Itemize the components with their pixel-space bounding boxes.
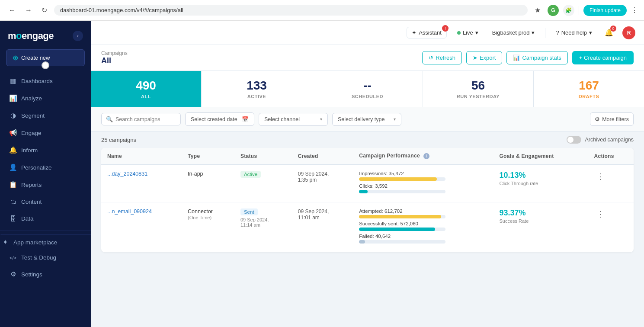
sidebar-item-dashboards[interactable]: ▦ Dashboards xyxy=(0,72,91,90)
dashboards-icon: ▦ xyxy=(9,77,17,85)
table-row: ...day_20240831 In-app Active 09 Sep 202… xyxy=(101,164,634,202)
failed-metric: Failed: 40,642 xyxy=(359,234,487,244)
export-label: Export xyxy=(480,54,496,61)
sidebar-item-engage[interactable]: 📢 Engage xyxy=(0,124,91,141)
stat-drafts-number: 167 xyxy=(544,79,634,93)
campaign-type: In-app xyxy=(188,171,203,177)
sidebar-item-label: Analyze xyxy=(21,95,42,102)
created-date-label: Select created date xyxy=(191,116,237,122)
browser-menu-button[interactable]: ⋮ xyxy=(631,6,638,14)
page-title: All xyxy=(101,56,128,65)
toggle-knob xyxy=(567,137,574,143)
notification-badge: 0 xyxy=(610,26,616,32)
data-icon: 🗄 xyxy=(9,215,17,222)
assistant-button[interactable]: ✦ Assistant ! xyxy=(407,27,447,38)
url-bar[interactable]: dashboard-01.moengage.com/v4/#/campaigns… xyxy=(54,5,528,16)
breadcrumb-campaigns: Campaigns xyxy=(101,50,128,56)
sidebar-item-test-debug[interactable]: </> Test & Debug xyxy=(0,250,91,266)
stat-scheduled[interactable]: -- SCHEDULED xyxy=(312,71,423,107)
stat-all-number: 490 xyxy=(101,79,191,93)
help-icon: ? xyxy=(556,29,559,36)
sidebar: moengage ‹ ⊕ Create new ▦ Dashboards 📊 A… xyxy=(0,21,91,327)
notification-button[interactable]: 🔔 0 xyxy=(602,26,615,39)
campaign-actions-button[interactable]: ⋮ xyxy=(594,208,607,220)
status-badge: Sent xyxy=(240,208,258,215)
sidebar-item-settings[interactable]: ⚙ Settings xyxy=(0,266,91,283)
collapse-sidebar-button[interactable]: ‹ xyxy=(73,31,83,41)
campaign-actions-button[interactable]: ⋮ xyxy=(594,171,607,182)
sidebar-item-reports[interactable]: 📋 Reports xyxy=(0,176,91,193)
search-box[interactable]: 🔍 xyxy=(101,113,181,125)
stat-all[interactable]: 490 ALL xyxy=(91,71,202,107)
created-date-filter[interactable]: Select created date 📅 xyxy=(185,112,254,126)
delivery-type-filter[interactable]: Select delivery type ▾ xyxy=(332,113,401,126)
workspace-label: Bigbasket prod xyxy=(492,29,530,36)
stat-active[interactable]: 133 ACTIVE xyxy=(202,71,312,107)
assistant-label: Assistant xyxy=(419,29,442,36)
bookmark-button[interactable]: ★ xyxy=(532,4,543,16)
sidebar-item-label: Personalize xyxy=(21,164,52,171)
col-name: Name xyxy=(101,148,182,164)
sent-date: 09 Sep 2024,11:14 am xyxy=(240,217,286,228)
export-button[interactable]: ➤ Export xyxy=(466,51,503,64)
plus-icon: ⊕ xyxy=(13,54,18,62)
stat-run-yesterday[interactable]: 56 RUN YESTERDAY xyxy=(423,71,534,107)
topbar-divider xyxy=(545,28,545,38)
goal-label: Success Rate xyxy=(499,218,582,224)
archived-toggle-switch[interactable] xyxy=(567,136,581,144)
col-goals: Goals & Engagement xyxy=(493,148,588,164)
sidebar-item-content[interactable]: 🗂 Content xyxy=(0,193,91,210)
campaign-created-cell: 09 Sep 2024,11:01 am xyxy=(292,202,353,253)
archived-label: Archived campaigns xyxy=(585,137,634,143)
channel-filter[interactable]: Select channel ▾ xyxy=(259,113,328,126)
sent-bar-track xyxy=(359,228,445,231)
avatar[interactable]: R xyxy=(622,26,635,39)
live-chevron-icon: ▾ xyxy=(475,29,478,36)
live-status[interactable]: Live ▾ xyxy=(454,27,482,38)
col-actions: Actions xyxy=(588,148,634,164)
stat-scheduled-label: SCHEDULED xyxy=(323,94,412,99)
create-new-button[interactable]: ⊕ Create new xyxy=(6,49,85,66)
back-button[interactable]: ← xyxy=(6,5,18,16)
sidebar-item-personalize[interactable]: 👤 Personalize xyxy=(0,159,91,176)
sidebar-item-data[interactable]: 🗄 Data xyxy=(0,210,91,227)
campaign-actions-cell: ⋮ xyxy=(588,202,634,253)
clicks-label: Clicks: 3,592 xyxy=(359,183,487,189)
campaign-stats-button[interactable]: 📊 Campaign stats xyxy=(506,51,567,64)
workspace-selector[interactable]: Bigbasket prod ▾ xyxy=(489,27,538,38)
sidebar-item-analyze[interactable]: 📊 Analyze xyxy=(0,90,91,107)
table-row: ...n_email_090924 Connector(One Time) Se… xyxy=(101,202,634,253)
sidebar-item-inform[interactable]: 🔔 Inform xyxy=(0,141,91,159)
sidebar-item-app-marketplace[interactable]: ✦ App marketplace xyxy=(0,234,91,250)
archived-toggle[interactable]: Archived campaigns xyxy=(567,136,634,144)
failed-label: Failed: 40,642 xyxy=(359,234,487,239)
assistant-icon: ✦ xyxy=(412,29,417,36)
help-chevron-icon: ▾ xyxy=(589,29,592,36)
performance-info-icon[interactable]: i xyxy=(423,153,429,159)
more-filters-button[interactable]: ⚙ More filters xyxy=(590,112,634,126)
refresh-button[interactable]: ↺ Refresh xyxy=(422,51,462,64)
forward-button[interactable]: → xyxy=(22,5,35,16)
sidebar-item-segment[interactable]: ◑ Segment xyxy=(0,107,91,124)
campaign-actions-cell: ⋮ xyxy=(588,164,634,202)
sidebar-item-label: Segment xyxy=(21,112,45,119)
sidebar-logo: moengage ‹ xyxy=(0,21,91,46)
refresh-icon: ↺ xyxy=(429,54,433,61)
sent-bar xyxy=(359,228,435,231)
reload-button[interactable]: ↻ xyxy=(39,4,50,16)
attempted-bar-track xyxy=(359,215,445,218)
campaign-name-link[interactable]: ...n_email_090924 xyxy=(107,208,152,215)
search-input[interactable] xyxy=(115,116,176,122)
filter-icon: ⚙ xyxy=(595,116,600,122)
campaigns-count: 25 campaigns xyxy=(101,137,136,143)
campaign-name-link[interactable]: ...day_20240831 xyxy=(107,171,147,177)
extension-icon: 🧩 xyxy=(563,5,574,16)
finish-update-button[interactable]: Finish update xyxy=(583,5,627,16)
campaign-status-cell: Active xyxy=(234,164,292,202)
stat-drafts[interactable]: 167 DRAFTS xyxy=(534,71,644,107)
help-button[interactable]: ? Need help ▾ xyxy=(552,27,596,38)
sidebar-item-label: Inform xyxy=(21,147,38,154)
create-campaign-button[interactable]: + Create campaign xyxy=(572,51,634,64)
settings-icon: ⚙ xyxy=(9,270,17,278)
stat-drafts-label: DRAFTS xyxy=(544,94,634,99)
